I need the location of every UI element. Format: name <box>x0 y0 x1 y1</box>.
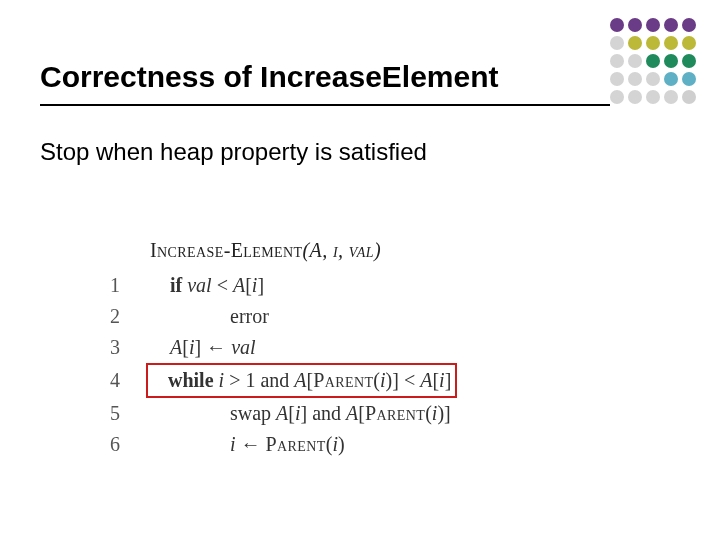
code-line: 5 swap A[i] and A[Parent(i)] <box>110 398 457 429</box>
logo-dot <box>610 72 624 86</box>
logo-dot <box>664 36 678 50</box>
logo-dot <box>664 54 678 68</box>
dot-logo <box>610 18 696 104</box>
logo-dot <box>610 90 624 104</box>
logo-dot <box>664 72 678 86</box>
procedure-signature: Increase-Element(A, i, val) <box>150 235 457 266</box>
code-line: 4 while i > 1 and A[Parent(i)] < A[i] <box>110 363 457 398</box>
highlighted-code-text: while i > 1 and A[Parent(i)] < A[i] <box>146 363 457 398</box>
procedure-args: (A, i, val) <box>303 239 381 261</box>
logo-dot <box>628 54 642 68</box>
page-title: Correctness of IncreaseElement <box>40 60 499 94</box>
code-line: 6 i ← Parent(i) <box>110 429 457 460</box>
subheading: Stop when heap property is satisfied <box>40 138 427 166</box>
code-line: 3 A[i] ← val <box>110 332 457 363</box>
logo-dot <box>682 72 696 86</box>
logo-dot <box>628 90 642 104</box>
code-text: A[i] ← val <box>150 332 256 363</box>
code-text: swap A[i] and A[Parent(i)] <box>150 398 451 429</box>
line-number: 4 <box>110 365 150 396</box>
logo-dot <box>610 36 624 50</box>
logo-dot <box>646 90 660 104</box>
logo-dot <box>682 18 696 32</box>
logo-dot <box>682 36 696 50</box>
logo-dot <box>628 72 642 86</box>
line-number: 6 <box>110 429 150 460</box>
logo-dot <box>682 54 696 68</box>
logo-dot <box>628 36 642 50</box>
line-number: 5 <box>110 398 150 429</box>
code-text: i ← Parent(i) <box>150 429 345 460</box>
line-number: 2 <box>110 301 150 332</box>
code-line: 2 error <box>110 301 457 332</box>
code-line: 1 if val < A[i] <box>110 270 457 301</box>
procedure-name: Increase-Element <box>150 239 303 261</box>
logo-dot <box>646 36 660 50</box>
title-divider <box>40 104 610 106</box>
logo-dot <box>628 18 642 32</box>
pseudocode-block: Increase-Element(A, i, val) 1 if val < A… <box>110 235 457 460</box>
logo-dot <box>682 90 696 104</box>
code-text: error <box>150 301 269 332</box>
line-number: 1 <box>110 270 150 301</box>
line-number: 3 <box>110 332 150 363</box>
code-text: if val < A[i] <box>150 270 264 301</box>
logo-dot <box>664 18 678 32</box>
logo-dot <box>610 54 624 68</box>
logo-dot <box>664 90 678 104</box>
logo-dot <box>610 18 624 32</box>
logo-dot <box>646 18 660 32</box>
logo-dot <box>646 54 660 68</box>
logo-dot <box>646 72 660 86</box>
